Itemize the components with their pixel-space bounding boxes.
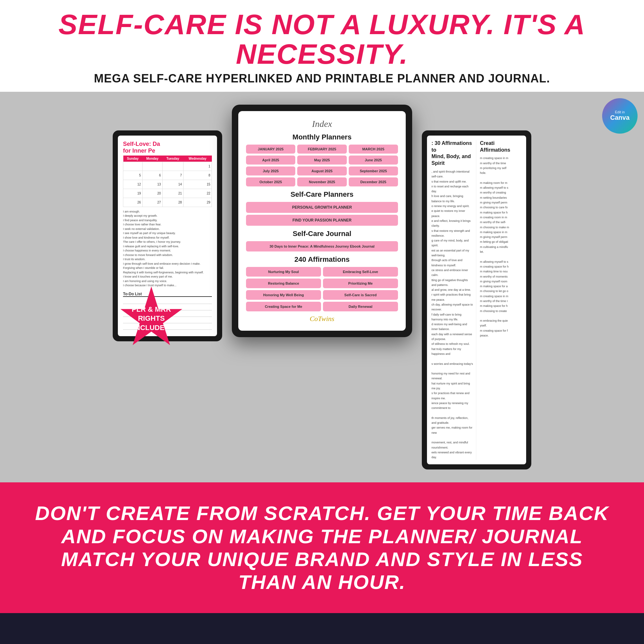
right-col1-title: : 30 Affirmations toMind, Body, and Spir… xyxy=(431,140,473,167)
cal-header-mon: Monday xyxy=(142,156,162,162)
device-left: Self-Love: Da for Inner Pe Sunday Monday… xyxy=(113,130,222,341)
month-btn-apr[interactable]: April 2025 xyxy=(246,156,295,165)
affirmation-btn-embracing[interactable]: Embracing Self-Love xyxy=(323,267,398,277)
month-btn-sep[interactable]: September 2025 xyxy=(349,166,398,175)
signature: CoTwins xyxy=(246,315,398,323)
cal-header-sun: Sunday xyxy=(123,156,143,162)
affirmation-btn-creating[interactable]: Creating Space for Me xyxy=(246,302,321,311)
device-center-inner: Index Monthly Planners JANUARY 2025 FEBR… xyxy=(238,111,406,331)
month-btn-oct[interactable]: October 2025 xyxy=(246,177,295,186)
table-row: 19202122 xyxy=(123,189,212,198)
affirmation-btn-renewal[interactable]: Daily Renewal xyxy=(323,302,398,311)
calendar-grid: Sunday Monday Tuesday Wednesday 1 5678 xyxy=(123,156,212,207)
affirmation-btn-restoring[interactable]: Restoring Balance xyxy=(246,279,321,288)
month-btn-jul[interactable]: July 2025 xyxy=(246,166,295,175)
left-body-text: I am enough. I deeply accept my growth. … xyxy=(123,210,212,288)
affirmations-grid: Nurturing My Soul Embracing Self-Love Re… xyxy=(246,267,398,311)
self-care-planners-title: Self-Care Planners xyxy=(246,190,398,199)
right-col2: CreatiAffirmations m creating space in m… xyxy=(476,140,522,460)
device-right-inner: : 30 Affirmations toMind, Body, and Spir… xyxy=(427,136,526,465)
month-btn-jan[interactable]: JANUARY 2025 xyxy=(246,145,295,154)
table-row: 5678 xyxy=(123,171,212,180)
sub-headline: MEGA SELF-CARE HYPERLINKED AND PRINTABLE… xyxy=(19,72,625,85)
left-page: Self-Love: Da for Inner Pe Sunday Monday… xyxy=(118,136,217,336)
month-btn-feb[interactable]: FEBRUARY 2025 xyxy=(297,145,346,154)
affirmations-title: 240 Affirmations xyxy=(246,255,398,264)
affirmation-btn-honoring[interactable]: Honoring My Well Being xyxy=(246,290,321,300)
table-row: 26272829 xyxy=(123,198,212,207)
right-col2-title: CreatiAffirmations xyxy=(480,140,522,154)
bottom-headline: DON'T CREATE FROM SCRATCH. GET YOUR TIME… xyxy=(32,502,612,593)
month-btn-mar[interactable]: MARCH 2025 xyxy=(349,145,398,154)
table-row: 1 xyxy=(123,162,212,171)
monthly-planners-title: Monthly Planners xyxy=(246,133,398,141)
right-content: : 30 Affirmations toMind, Body, and Spir… xyxy=(431,140,522,460)
index-title: Index xyxy=(246,119,398,129)
cal-header-tue: Tuesday xyxy=(162,156,183,162)
month-btn-jun[interactable]: June 2025 xyxy=(349,156,398,165)
device-left-inner: Self-Love: Da for Inner Pe Sunday Monday… xyxy=(118,136,217,336)
canva-label: Canva xyxy=(610,114,630,121)
right-col1: : 30 Affirmations toMind, Body, and Spir… xyxy=(431,140,473,460)
main-headline: SELF-CARE IS NOT A LUXURY. IT'S A NECESS… xyxy=(19,10,625,69)
table-row: 12131415 xyxy=(123,180,212,189)
middle-section: Edit in Canva Self-Love: Da for Inner Pe… xyxy=(0,92,644,483)
month-grid: JANUARY 2025 FEBRUARY 2025 MARCH 2025 Ap… xyxy=(246,145,398,186)
edit-in-label: Edit in xyxy=(615,110,625,114)
bottom-section: DON'T CREATE FROM SCRATCH. GET YOUR TIME… xyxy=(0,482,644,613)
device-right: : 30 Affirmations toMind, Body, and Spir… xyxy=(422,130,531,470)
affirmation-btn-nurturing[interactable]: Nurturing My Soul xyxy=(246,267,321,277)
journal-btn[interactable]: 30 Days to Inner Peace: A Mindfulness Jo… xyxy=(246,241,398,251)
cal-header-wed: Wednesday xyxy=(183,156,212,162)
self-care-journal-title: Self-Care Journal xyxy=(246,230,398,238)
canva-badge: Edit in Canva xyxy=(602,98,638,134)
top-section: SELF-CARE IS NOT A LUXURY. IT'S A NECESS… xyxy=(0,0,644,92)
affirmation-btn-sacred[interactable]: Self-Care is Sacred xyxy=(323,290,398,300)
todo-title: To-Do List xyxy=(123,292,212,297)
month-btn-aug[interactable]: August 2025 xyxy=(297,166,346,175)
right-col1-text: , and spirit through intentional self-ca… xyxy=(431,169,473,460)
right-col2-text: m creating space in m m worthy of the ti… xyxy=(480,156,522,338)
month-btn-may[interactable]: May 2025 xyxy=(297,156,346,165)
device-center: Index Monthly Planners JANUARY 2025 FEBR… xyxy=(232,105,412,337)
personal-growth-btn[interactable]: PERSONAL GROWTH PLANNER xyxy=(246,202,398,213)
find-passion-btn[interactable]: FIND YOUR PASSION PLANNER xyxy=(246,215,398,226)
affirmation-btn-prioritizing[interactable]: Prioritizing Me xyxy=(323,279,398,288)
month-btn-nov[interactable]: November 2025 xyxy=(297,177,346,186)
month-btn-dec[interactable]: December 2025 xyxy=(349,177,398,186)
left-page-title: Self-Love: Da for Inner Pe xyxy=(123,141,212,154)
